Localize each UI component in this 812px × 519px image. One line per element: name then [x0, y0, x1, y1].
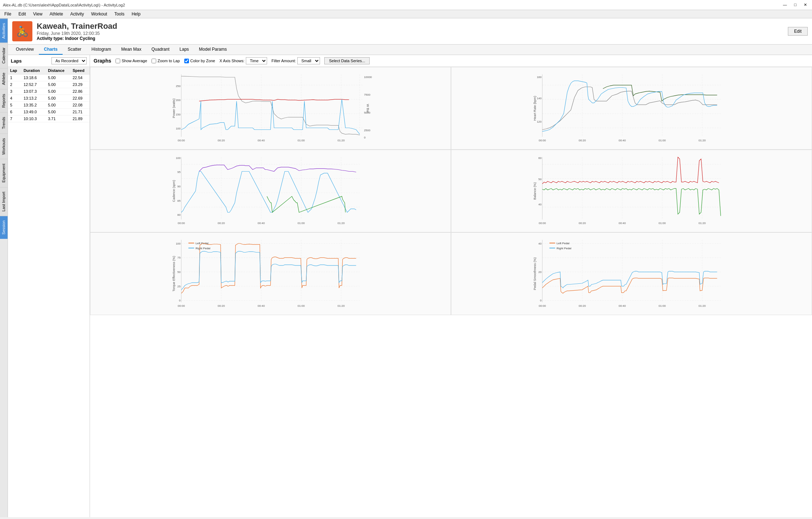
x-axis-select[interactable]: Time [246, 57, 267, 64]
chart-smoothness: Pedal Smoothness (%) [451, 232, 812, 315]
table-row[interactable]: 1 13:18.6 5.00 22.54 [8, 74, 90, 81]
svg-text:Pedal Smoothness (%): Pedal Smoothness (%) [533, 257, 537, 290]
select-data-series-button[interactable]: Select Data Series... [324, 57, 370, 64]
svg-text:00:20: 00:20 [579, 222, 586, 225]
tab-quadrant[interactable]: Quadrant [146, 45, 175, 55]
cell-lap: 6 [8, 109, 21, 115]
cell-duration: 10:10.3 [21, 115, 46, 122]
laps-dropdown[interactable]: As Recorded By Lap By Interval [51, 57, 87, 64]
tab-laps[interactable]: Laps [175, 45, 194, 55]
tab-scatter[interactable]: Scatter [63, 45, 86, 55]
svg-text:01:00: 01:00 [659, 304, 666, 308]
tab-bar: Overview Charts Scatter Histogram Mean M… [8, 45, 812, 55]
cell-distance: 5.00 [46, 81, 71, 88]
laps-body: 1 13:18.6 5.00 22.54 2 12:52.7 5.00 23.2… [8, 74, 90, 122]
cell-distance: 3.71 [46, 115, 71, 122]
toolbar-show-average: Show Average [116, 59, 147, 63]
laps-panel: Laps As Recorded By Lap By Interval Lap … [8, 55, 90, 517]
sidebar-item-trends[interactable]: Trends [0, 112, 8, 133]
color-by-zone-checkbox[interactable] [184, 59, 189, 63]
menu-item-workout[interactable]: Workout [88, 11, 110, 17]
filter-amount-select[interactable]: Small None Large [297, 57, 320, 64]
table-row[interactable]: 6 13:49.0 5.00 21.71 [8, 109, 90, 115]
laps-title: Laps [11, 58, 22, 64]
activity-info: Kaweah, TrainerRoad Friday, June 19th 20… [37, 22, 784, 41]
x-axis-label: X Axis Shows: [220, 59, 245, 63]
svg-text:Balance (%): Balance (%) [533, 182, 537, 200]
sidebar-item-reports[interactable]: Reports [0, 89, 8, 112]
chart-balance-svg: Balance (%) [451, 150, 812, 232]
menu-item-view[interactable]: View [30, 11, 45, 17]
tab-meanmax[interactable]: Mean Max [116, 45, 146, 55]
menu-item-file[interactable]: File [1, 11, 14, 17]
cell-distance: 5.00 [46, 95, 71, 102]
table-row[interactable]: 4 13:13.2 5.00 22.69 [8, 95, 90, 102]
sidebar-item-lastimport[interactable]: Last Import [0, 187, 8, 216]
sidebar-item-session[interactable]: Session [0, 216, 8, 239]
show-average-checkbox[interactable] [116, 59, 120, 63]
chart-heartrate: Heart Rate (bpm) [451, 67, 812, 150]
svg-text:40: 40 [538, 242, 542, 245]
svg-text:01:20: 01:20 [338, 139, 345, 142]
sidebar-item-activities[interactable]: Activities [0, 18, 8, 43]
cell-duration: 12:52.7 [21, 81, 46, 88]
svg-text:100: 100 [176, 242, 181, 245]
close-button[interactable]: ✕ [802, 3, 809, 7]
col-duration: Duration [21, 67, 46, 74]
graphs-panel: Graphs Show Average Zoom to Lap Color by… [90, 55, 812, 517]
svg-text:0: 0 [179, 299, 181, 302]
svg-text:Cadence (spm): Cadence (spm) [172, 180, 176, 202]
sidebar-item-workouts[interactable]: Workouts [0, 133, 8, 159]
table-row[interactable]: 2 12:52.7 5.00 23.29 [8, 81, 90, 88]
table-row[interactable]: 3 13:07.3 5.00 22.86 [8, 88, 90, 95]
sidebar-item-calendar[interactable]: Calendar [0, 43, 8, 68]
tab-charts[interactable]: Charts [39, 45, 63, 55]
svg-rect-127 [550, 243, 555, 243]
maximize-button[interactable]: □ [792, 3, 799, 7]
svg-text:75: 75 [177, 256, 181, 259]
menu-item-help[interactable]: Help [129, 11, 144, 17]
svg-text:Torque Effectiveness (%): Torque Effectiveness (%) [172, 256, 176, 292]
cell-lap: 3 [8, 88, 21, 95]
svg-text:95: 95 [177, 170, 181, 174]
svg-text:01:00: 01:00 [298, 139, 305, 142]
table-row[interactable]: 5 13:35.2 5.00 22.08 [8, 102, 90, 109]
graphs-toolbar: Graphs Show Average Zoom to Lap Color by… [90, 55, 812, 67]
edit-button[interactable]: Edit [788, 27, 808, 36]
sidebar-item-equipment[interactable]: Equipment [0, 159, 8, 187]
cell-speed: 23.29 [71, 81, 90, 88]
svg-text:00:40: 00:40 [619, 304, 626, 308]
svg-text:00:00: 00:00 [539, 222, 546, 225]
activity-header: 🚴 Kaweah, TrainerRoad Friday, June 19th … [8, 18, 812, 45]
col-distance: Distance [46, 67, 71, 74]
tab-overview[interactable]: Overview [11, 45, 39, 55]
svg-rect-106 [189, 248, 194, 249]
sidebar-item-athlete[interactable]: Athlete [0, 68, 8, 89]
svg-text:Right Pedal: Right Pedal [195, 247, 210, 250]
cell-speed: 22.69 [71, 95, 90, 102]
tab-histogram[interactable]: Histogram [86, 45, 116, 55]
menu-item-athlete[interactable]: Athlete [47, 11, 66, 17]
menu-item-activity[interactable]: Activity [67, 11, 87, 17]
menu-bar: FileEditViewAthleteActivityWorkoutToolsH… [0, 10, 812, 18]
svg-text:100: 100 [176, 127, 181, 130]
svg-text:0: 0 [364, 136, 366, 139]
svg-text:90: 90 [177, 185, 181, 188]
cell-speed: 22.08 [71, 102, 90, 109]
menu-item-tools[interactable]: Tools [112, 11, 127, 17]
main-layout: Activities Calendar Athlete Reports Tren… [0, 18, 812, 517]
svg-text:60: 60 [538, 156, 542, 160]
chart-power-svg: Power (watts) W Bal [90, 67, 451, 149]
graphs-title: Graphs [94, 58, 111, 64]
cell-lap: 2 [8, 81, 21, 88]
menu-item-edit[interactable]: Edit [15, 11, 29, 17]
table-row[interactable]: 7 10:10.3 3.71 21.89 [8, 115, 90, 122]
svg-text:00:20: 00:20 [218, 222, 225, 225]
zoom-to-lap-checkbox[interactable] [152, 59, 156, 63]
minimize-button[interactable]: — [781, 3, 789, 7]
laps-header: Laps As Recorded By Lap By Interval [8, 55, 90, 67]
chart-heartrate-svg: Heart Rate (bpm) [451, 67, 812, 149]
tab-modelparams[interactable]: Model Params [194, 45, 232, 55]
cell-lap: 7 [8, 115, 21, 122]
left-sidebar: Activities Calendar Athlete Reports Tren… [0, 18, 8, 517]
